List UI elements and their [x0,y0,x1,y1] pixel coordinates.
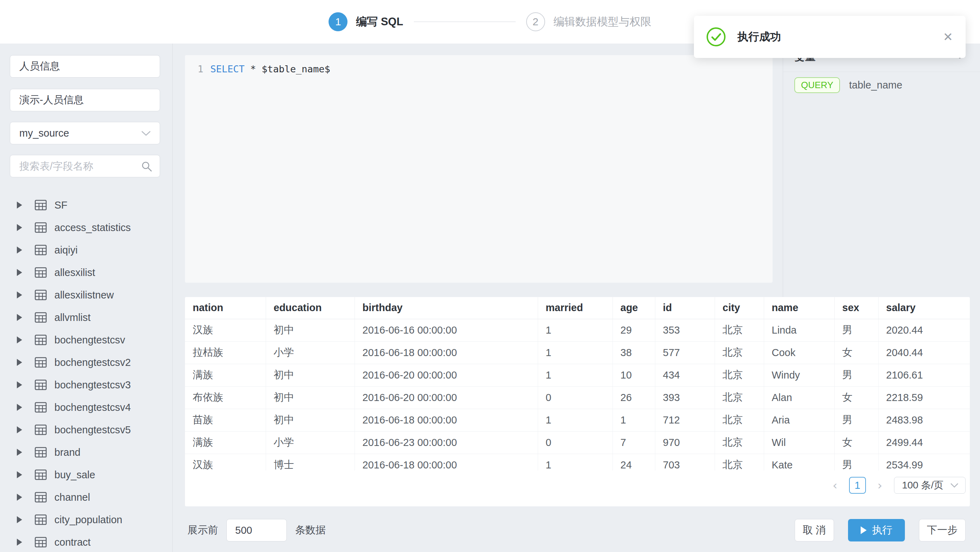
table-cell: 汉族 [185,319,266,341]
caret-right-icon[interactable] [17,247,22,254]
table-cell: 1 [538,454,612,471]
table-row: 满族初中2016-06-20 00:00:00110434北京Windy男210… [185,364,970,386]
page-size-select[interactable]: 100 条/页 [894,477,966,494]
table-cell: 北京 [714,386,764,409]
caret-right-icon[interactable] [17,426,22,433]
tree-item-label: access_statistics [54,222,131,233]
step-1-write-sql: 1 编写 SQL [329,12,403,31]
table-cell: 2218.59 [878,386,970,409]
tree-item-channel[interactable]: channel [10,486,161,509]
table-grid-icon [35,290,47,300]
tree-item-buy_sale[interactable]: buy_sale [10,464,161,486]
table-cell: 男 [834,409,878,431]
tree-item-contract[interactable]: contract [10,531,161,552]
datasource-select[interactable]: my_source [10,122,160,144]
table-cell: Alan [764,386,834,409]
next-page-button[interactable]: › [873,478,887,492]
table-cell: 7 [612,431,655,454]
tree-item-brand[interactable]: brand [10,441,161,464]
caret-right-icon[interactable] [17,494,22,501]
column-header-married: married [538,297,612,319]
table-grid-icon [35,245,47,255]
table-cell: 0 [538,431,612,454]
caret-right-icon[interactable] [17,539,22,546]
table-cell: 苗族 [185,409,266,431]
table-cell: 24 [612,454,655,471]
tree-item-access_statistics[interactable]: access_statistics [10,216,161,239]
table-search-input[interactable] [10,155,160,177]
caret-right-icon[interactable] [17,224,22,231]
tree-item-bochengtestcsv5[interactable]: bochengtestcsv5 [10,418,161,441]
tree-item-city_population[interactable]: city_population [10,509,161,531]
tree-item-bochengtestcsv4[interactable]: bochengtestcsv4 [10,396,161,418]
dataset-display-name-input[interactable] [10,89,160,111]
table-cell: 男 [834,319,878,341]
tree-item-bochengtestcsv3[interactable]: bochengtestcsv3 [10,373,161,396]
table-cell: 1 [538,364,612,386]
table-cell: Wil [764,431,834,454]
tree-item-bochengtestcsv[interactable]: bochengtestcsv [10,329,161,351]
tree-item-allesxilist[interactable]: allesxilist [10,261,161,284]
caret-right-icon[interactable] [17,404,22,411]
table-cell: 北京 [714,431,764,454]
variable-item[interactable]: QUERY table_name [794,77,902,93]
sql-editor[interactable]: 1 SELECT * $table_name$ [185,55,773,283]
datasource-selected-value: my_source [19,128,69,139]
tree-item-aiqiyi[interactable]: aiqiyi [10,239,161,261]
caret-right-icon[interactable] [17,516,22,523]
table-cell: 26 [612,386,655,409]
table-body: 汉族初中2016-06-16 00:00:00129353北京Linda男202… [185,319,970,471]
table-cell: 北京 [714,454,764,471]
table-cell: 拉枯族 [185,341,266,364]
tree-item-allesxilistnew[interactable]: allesxilistnew [10,284,161,306]
tree-item-allvmlist[interactable]: allvmlist [10,306,161,329]
current-page-button[interactable]: 1 [849,477,866,494]
table-cell: Cook [764,341,834,364]
table-row: 满族小学2016-06-23 00:00:0007970北京Wil女2499.4… [185,431,970,454]
table-cell: 2534.99 [878,454,970,471]
caret-right-icon[interactable] [17,269,22,276]
tree-item-label: SF [54,199,67,211]
caret-right-icon[interactable] [17,337,22,343]
cancel-button[interactable]: 取 消 [795,519,834,541]
row-limit-input[interactable] [226,519,287,541]
table-cell: 男 [834,364,878,386]
chevron-down-icon [141,130,151,136]
success-toast: 执行成功 ✕ [694,16,966,58]
caret-right-icon[interactable] [17,292,22,298]
caret-right-icon[interactable] [17,201,22,209]
step-connector-line [414,21,515,22]
chevron-down-icon [950,482,959,488]
caret-right-icon[interactable] [17,471,22,478]
run-button[interactable]: 执行 [848,519,905,541]
caret-right-icon[interactable] [17,314,22,321]
dataset-name-input[interactable] [10,55,160,78]
close-icon[interactable]: ✕ [943,30,953,44]
tree-item-label: contract [54,536,91,548]
table-cell: 353 [655,319,714,341]
next-step-button[interactable]: 下一步 [919,519,966,541]
column-header-age: age [612,297,655,319]
column-header-city: city [714,297,764,319]
table-cell: 0 [538,386,612,409]
limit-prefix-label: 展示前 [188,523,218,537]
sql-dataset-editor-window: 1 编写 SQL 2 编辑数据模型与权限 my_source [0,0,980,552]
step-1-circle: 1 [329,12,347,31]
tree-item-SF[interactable]: SF [10,194,161,216]
column-header-id: id [655,297,714,319]
tree-item-bochengtestcsv2[interactable]: bochengtestcsv2 [10,351,161,373]
table-cell: 970 [655,431,714,454]
sql-keyword: SELECT [210,64,245,75]
table-cell: 703 [655,454,714,471]
prev-page-button[interactable]: ‹ [828,478,842,492]
table-cell: 初中 [266,409,355,431]
table-cell: Windy [764,364,834,386]
caret-right-icon[interactable] [17,381,22,388]
results-table-scroll[interactable]: nationeducationbirthdaymarriedageidcityn… [185,297,970,471]
table-cell: 汉族 [185,454,266,471]
caret-right-icon[interactable] [17,359,22,366]
table-cell: 布依族 [185,386,266,409]
table-grid-icon [35,492,47,503]
caret-right-icon[interactable] [17,449,22,456]
table-cell: 2040.44 [878,341,970,364]
